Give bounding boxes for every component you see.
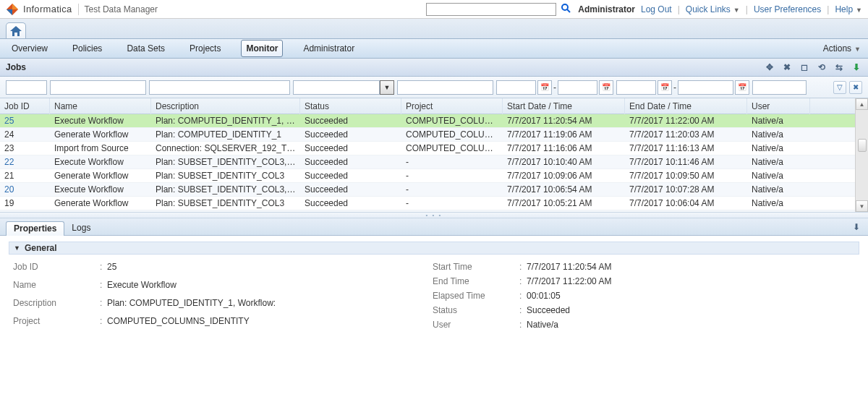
cell-name: Generate Workflow <box>50 128 151 141</box>
help-dropdown[interactable]: Help▼ <box>835 4 862 14</box>
logout-link[interactable]: Log Out <box>641 4 672 14</box>
export-detail-icon[interactable]: ⬇ <box>851 221 862 233</box>
filter-jobid-input[interactable] <box>6 80 47 95</box>
cell-status: Succeeded <box>300 169 401 182</box>
table-row[interactable]: 19Generate WorkflowPlan: SUBSET_IDENTITY… <box>0 197 855 210</box>
actions-dropdown[interactable]: Actions▼ <box>823 43 861 54</box>
cell-desc: Connection: SQLSERVER_192_TD… <box>151 142 300 155</box>
pin-icon[interactable]: ✥ <box>764 61 775 73</box>
filter-start-to-input[interactable] <box>558 80 597 95</box>
jobid-link[interactable]: 22 <box>4 157 14 167</box>
table-row[interactable]: 25Execute WorkflowPlan: COMPUTED_IDENTIT… <box>0 114 855 128</box>
grid-scrollbar[interactable]: ▲ ▼ <box>855 98 868 212</box>
filter-name-input[interactable] <box>50 80 146 95</box>
calendar-icon[interactable]: 📅 <box>599 80 613 95</box>
table-row[interactable]: 21Generate WorkflowPlan: SUBSET_IDENTITY… <box>0 169 855 183</box>
cell-project: - <box>401 197 503 210</box>
col-desc[interactable]: Description <box>151 98 300 114</box>
cell-name: Generate Workflow <box>50 197 151 210</box>
cell-desc: Plan: COMPUTED_IDENTITY_1 <box>151 128 300 141</box>
col-name[interactable]: Name <box>50 98 151 114</box>
brand-bar: Informatica Test Data Manager Administra… <box>0 0 868 19</box>
refresh-remove-icon[interactable]: ✖ <box>781 61 793 73</box>
filter-user-input[interactable] <box>752 80 807 95</box>
prop-colon: : <box>100 262 107 276</box>
filter-start-from-input[interactable] <box>496 80 536 95</box>
col-status[interactable]: Status <box>300 98 401 114</box>
scroll-up-button[interactable]: ▲ <box>856 98 868 110</box>
cell-status: Succeeded <box>300 128 401 141</box>
table-row[interactable]: 24Generate WorkflowPlan: COMPUTED_IDENTI… <box>0 128 855 142</box>
filter-description-input[interactable] <box>149 80 290 95</box>
global-search-input[interactable] <box>426 3 556 16</box>
svg-marker-1 <box>12 4 18 9</box>
section-title: Jobs <box>6 62 764 72</box>
cell-status: Succeeded <box>300 183 401 196</box>
filter-project-input[interactable] <box>397 80 493 95</box>
cell-start: 7/7/2017 11:20:54 AM <box>503 114 625 127</box>
cell-name: Execute Workflow <box>50 155 151 168</box>
col-end[interactable]: End Date / Time <box>625 98 747 114</box>
prop-value: 7/7/2017 11:22:00 AM <box>527 276 838 286</box>
filter-end-from-input[interactable] <box>616 80 656 95</box>
tab-properties[interactable]: Properties <box>6 221 64 236</box>
jobid-link[interactable]: 25 <box>4 116 14 126</box>
filter-end-to-input[interactable] <box>678 80 733 95</box>
search-icon[interactable] <box>561 3 571 15</box>
table-row[interactable]: 22Execute WorkflowPlan: SUBSET_IDENTITY_… <box>0 155 855 169</box>
nav-policies[interactable]: Policies <box>68 40 106 56</box>
home-icon <box>10 26 22 36</box>
filter-status-input[interactable] <box>293 80 380 95</box>
tab-logs[interactable]: Logs <box>64 221 98 236</box>
stop-icon[interactable]: ◻ <box>799 61 810 73</box>
jobs-grid: Job ID Name Description Status Project S… <box>0 98 868 212</box>
nav-datasets[interactable]: Data Sets <box>122 40 169 56</box>
cell-jobid: 25 <box>0 114 50 127</box>
cell-desc: Plan: SUBSET_IDENTITY_COL3, W… <box>151 183 300 196</box>
nav-monitor[interactable]: Monitor <box>241 40 283 57</box>
col-user[interactable]: User <box>747 98 810 114</box>
filter-status-dropdown-button[interactable]: ▼ <box>380 80 394 95</box>
home-tab[interactable] <box>6 22 26 38</box>
calendar-icon[interactable]: 📅 <box>537 80 552 95</box>
col-jobid[interactable]: Job ID <box>0 98 50 114</box>
apply-filter-button[interactable]: ▽ <box>833 81 846 94</box>
cell-user: Native/a <box>747 142 810 155</box>
col-project[interactable]: Project <box>401 98 503 114</box>
logo: Informatica <box>6 3 72 16</box>
splitter-handle[interactable]: • • • <box>0 212 868 218</box>
cell-start: 7/7/2017 10:03:53 AM <box>503 210 625 212</box>
cell-status: Succeeded <box>300 114 401 127</box>
export-icon[interactable]: ⬇ <box>851 61 862 73</box>
prop-colon: : <box>100 280 107 294</box>
calendar-icon[interactable]: 📅 <box>735 80 749 95</box>
table-row[interactable]: 20Execute WorkflowPlan: SUBSET_IDENTITY_… <box>0 183 855 197</box>
cell-end: 7/7/2017 10:04:03 AM <box>625 210 747 212</box>
user-preferences-link[interactable]: User Preferences <box>754 4 821 14</box>
scroll-down-button[interactable]: ▼ <box>856 200 868 212</box>
cell-project: - <box>401 210 503 212</box>
quick-links-dropdown[interactable]: Quick Links▼ <box>686 4 740 14</box>
abort-icon[interactable]: ⟲ <box>816 61 827 73</box>
nav-admin[interactable]: Administrator <box>299 40 359 56</box>
funnel-icon: ▽ <box>837 83 843 91</box>
cell-desc: Connection: SQLSERVER_192_TD… <box>151 210 300 212</box>
clear-filter-button[interactable]: ✖ <box>849 81 862 94</box>
prop-value: Plan: COMPUTED_IDENTITY_1, Workflow: <box>107 298 418 312</box>
prop-value: Execute Workflow <box>107 280 418 294</box>
calendar-icon[interactable]: 📅 <box>658 80 672 95</box>
link-icon[interactable]: ⇆ <box>833 61 845 73</box>
cell-user: Native/a <box>747 128 810 141</box>
col-start[interactable]: Start Date / Time <box>503 98 625 114</box>
nav-projects[interactable]: Projects <box>185 40 225 56</box>
detail-tabs: Properties Logs ⬇ <box>0 218 868 236</box>
jobid-link[interactable]: 20 <box>4 184 14 195</box>
table-row[interactable]: 23Import from SourceConnection: SQLSERVE… <box>0 142 855 155</box>
general-section-header[interactable]: ▼ General <box>9 242 859 255</box>
prop-colon: : <box>519 291 527 301</box>
prop-colon: : <box>100 316 107 330</box>
cell-user: Native/a <box>747 155 810 168</box>
cell-user: Native/a <box>747 210 810 212</box>
scroll-thumb[interactable] <box>858 139 867 152</box>
nav-overview[interactable]: Overview <box>7 40 52 56</box>
